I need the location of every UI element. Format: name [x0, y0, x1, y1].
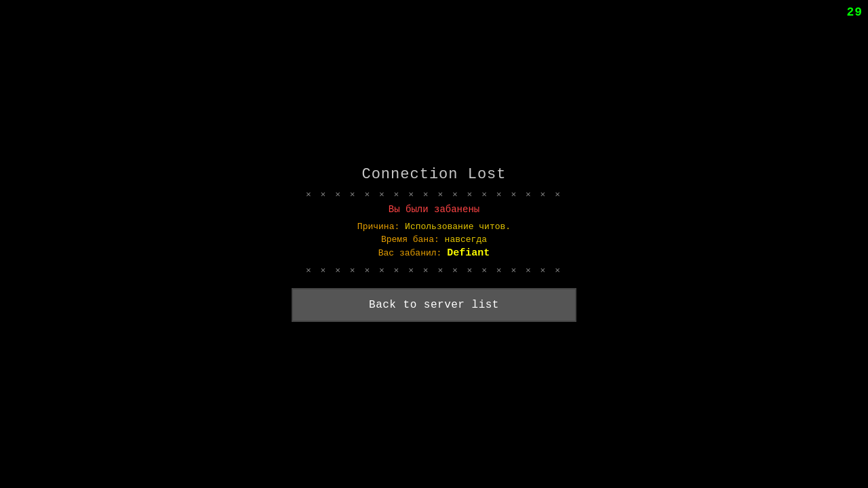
- duration-value: навсегда: [445, 235, 487, 245]
- duration-label: Время бана:: [381, 235, 439, 245]
- ban-details: Причина: Использование читов. Время бана…: [357, 222, 511, 259]
- fps-counter: 29: [846, 5, 863, 19]
- banned-by-label: Вас забанил:: [378, 248, 442, 258]
- fps-value: 29: [846, 5, 863, 19]
- separator-bottom: × × × × × × × × × × × × × × × × × ×: [306, 266, 562, 276]
- back-to-server-list-button[interactable]: Back to server list: [292, 288, 576, 322]
- center-container: Connection Lost × × × × × × × × × × × × …: [292, 166, 576, 322]
- connection-lost-title: Connection Lost: [361, 166, 506, 183]
- banned-text: Вы были забанены: [389, 204, 479, 215]
- separator-top: × × × × × × × × × × × × × × × × × ×: [306, 190, 562, 200]
- reason-label: Причина:: [357, 222, 399, 232]
- banned-by-line: Вас забанил: Defiant: [378, 247, 490, 259]
- banned-by-name: Defiant: [447, 247, 490, 259]
- ban-duration-line: Время бана: навсегда: [381, 235, 487, 245]
- reason-value: Использование читов.: [405, 222, 511, 232]
- ban-reason-line: Причина: Использование читов.: [357, 222, 511, 232]
